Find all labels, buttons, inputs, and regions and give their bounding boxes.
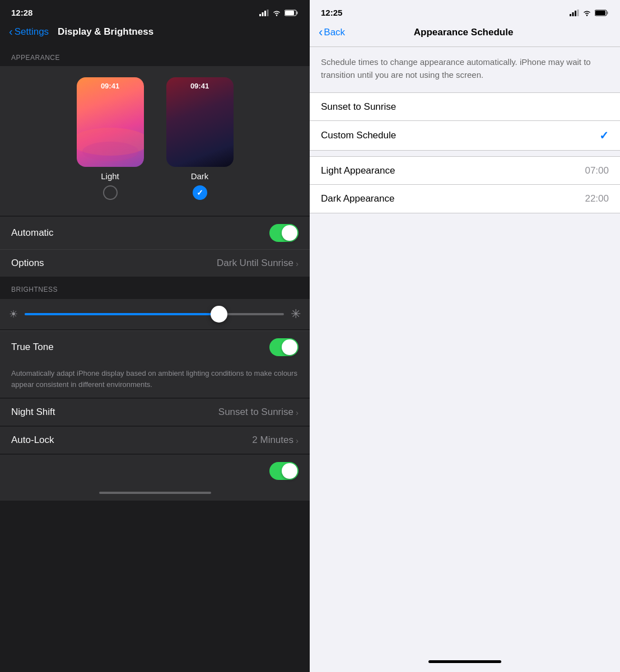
left-back-label[interactable]: Settings [15,26,49,38]
right-battery-icon [595,10,609,16]
sunset-to-sunrise-row[interactable]: Sunset to Sunrise [310,93,620,121]
right-back-chevron-icon: ‹ [319,25,323,40]
right-page-title: Appearance Schedule [414,27,547,38]
appearance-section: 09:41 Light 09:41 Dark ✓ [0,66,310,216]
dark-label: Dark [191,171,209,181]
svg-point-4 [276,15,277,16]
dark-appearance-label: Dark Appearance [321,193,394,204]
brightness-row: ☀ ✳ [0,299,310,329]
dark-radio[interactable]: ✓ [193,185,207,200]
right-nav-bar: ‹ Back Appearance Schedule [310,22,620,47]
night-shift-label: Night Shift [11,407,55,418]
light-appearance-row[interactable]: Light Appearance 07:00 [310,157,620,185]
automatic-toggle[interactable] [269,224,299,242]
options-chevron-icon: › [296,259,299,268]
dark-appearance-row[interactable]: Dark Appearance 22:00 [310,185,620,213]
true-tone-description: Automatically adapt iPhone display based… [0,363,310,398]
right-panel: 12:25 ‹ Back [310,0,620,672]
left-time: 12:28 [11,8,32,17]
right-back-button[interactable]: ‹ Back [319,25,345,40]
true-tone-toggle[interactable] [269,338,299,356]
light-phone-time: 09:41 [101,82,119,90]
time-rows-group: Light Appearance 07:00 Dark Appearance 2… [310,156,620,213]
bottom-toggle-group [0,455,310,501]
left-status-bar: 12:28 [0,0,310,22]
night-shift-chevron-icon: › [296,408,299,417]
options-label: Options [11,258,44,269]
dark-appearance-time: 22:00 [585,193,609,204]
custom-schedule-checkmark-icon: ✓ [599,129,609,142]
bottom-toggle-knob [282,463,297,479]
night-shift-value-container: Sunset to Sunrise › [218,407,299,418]
options-value: Dark Until Sunrise [217,258,293,269]
true-tone-row: True Tone [0,330,310,363]
dark-phone-mockup: 09:41 [166,77,234,167]
night-shift-row[interactable]: Night Shift Sunset to Sunrise › [0,399,310,426]
svg-rect-9 [572,12,574,16]
left-back-button[interactable]: ‹ Settings [9,25,49,38]
right-bottom-bar [310,654,620,672]
signal-icon [259,10,269,16]
night-shift-group: Night Shift Sunset to Sunrise › [0,399,310,426]
custom-schedule-row[interactable]: Custom Schedule ✓ [310,121,620,150]
options-row[interactable]: Options Dark Until Sunrise › [0,250,310,277]
bottom-toggle-row [0,455,310,487]
dark-checkmark-icon: ✓ [197,188,203,197]
right-status-icons [570,10,609,16]
options-value-container: Dark Until Sunrise › [217,258,299,269]
svg-rect-7 [285,11,294,15]
light-appearance-label: Light Appearance [321,165,395,176]
left-status-icons [259,10,299,16]
bottom-toggle[interactable] [269,462,299,480]
light-radio[interactable] [103,185,118,200]
svg-rect-1 [262,12,264,16]
right-wifi-icon [582,10,591,16]
right-status-bar: 12:25 [310,0,620,22]
automatic-row: Automatic [0,217,310,250]
auto-lock-value-container: 2 Minutes › [252,435,299,446]
left-nav-bar: ‹ Settings Display & Brightness [0,22,310,45]
right-back-label[interactable]: Back [324,27,345,38]
home-indicator [428,660,501,663]
light-appearance-time: 07:00 [585,165,609,176]
left-page-title: Display & Brightness [58,26,153,38]
auto-lock-label: Auto-Lock [11,435,54,446]
brightness-section: ☀ ✳ [0,299,310,329]
appearance-option-dark[interactable]: 09:41 Dark ✓ [166,77,234,200]
auto-lock-chevron-icon: › [296,436,299,445]
custom-schedule-label: Custom Schedule [321,130,396,141]
auto-lock-row[interactable]: Auto-Lock 2 Minutes › [0,427,310,454]
appearance-options: 09:41 Light 09:41 Dark ✓ [0,77,310,200]
automatic-group: Automatic Options Dark Until Sunrise › [0,217,310,277]
svg-rect-3 [267,10,269,16]
schedule-options-group: Sunset to Sunrise Custom Schedule ✓ [310,92,620,151]
brightness-thumb [211,306,227,323]
svg-rect-10 [575,11,576,16]
light-phone-mockup: 09:41 [77,77,144,167]
brightness-slider[interactable] [25,313,284,315]
light-label: Light [101,171,119,181]
brightness-fill [25,313,219,315]
svg-point-12 [586,15,588,16]
dark-phone-time: 09:41 [190,82,209,90]
auto-lock-group: Auto-Lock 2 Minutes › [0,427,310,454]
svg-rect-6 [297,11,298,14]
svg-rect-0 [259,14,261,16]
wifi-icon [272,10,281,16]
sunset-to-sunrise-label: Sunset to Sunrise [321,101,396,113]
brightness-section-label: BRIGHTNESS [0,277,310,298]
battery-icon [285,10,299,16]
right-signal-icon [570,10,579,16]
automatic-toggle-knob [282,225,297,241]
appearance-section-label: APPEARANCE [0,45,310,66]
brightness-dim-icon: ☀ [9,308,18,320]
left-panel: 12:28 ‹ [0,0,310,672]
svg-rect-8 [570,14,571,16]
brightness-bright-icon: ✳ [291,307,301,321]
appearance-option-light[interactable]: 09:41 Light [77,77,144,200]
automatic-label: Automatic [11,227,54,239]
svg-rect-15 [595,11,605,15]
true-tone-section: True Tone [0,330,310,363]
info-box: Schedule times to change appearance auto… [310,47,620,92]
right-time: 12:25 [321,8,342,17]
